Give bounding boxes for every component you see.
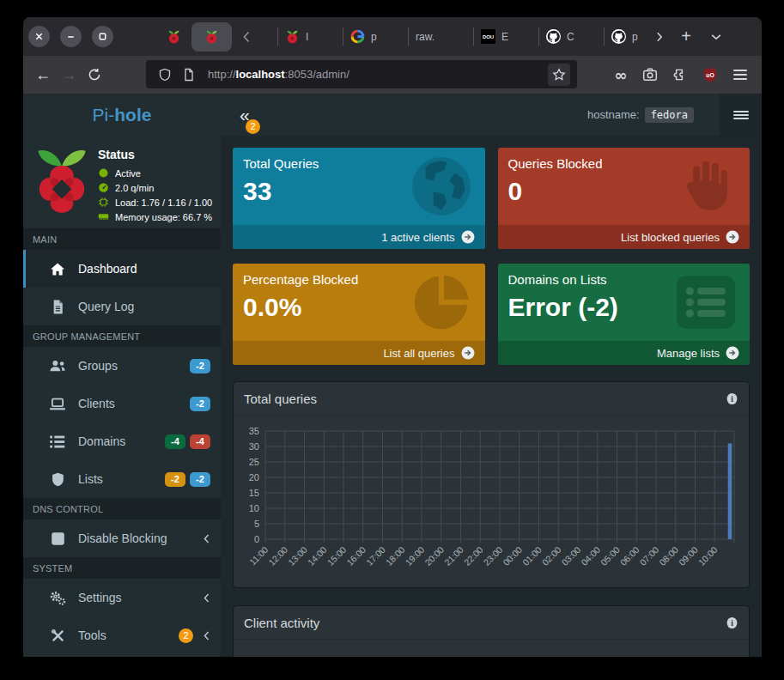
list-all-tabs-icon[interactable]	[706, 17, 726, 56]
raspberry-icon	[204, 29, 219, 44]
screenshot-camera-icon[interactable]	[640, 56, 660, 94]
total-queries-panel: Total queries i 0510152025303511:0012:00…	[233, 381, 750, 588]
container-infinity-icon[interactable]: ∞	[611, 56, 631, 94]
url-bar[interactable]: http://localhost:8053/admin/	[146, 60, 577, 88]
github-icon	[546, 29, 561, 44]
tab-title: p	[632, 31, 638, 43]
window-close-button[interactable]	[28, 26, 50, 47]
status-text: Load: 1.76 / 1.16 / 1.00	[115, 197, 212, 208]
sidebar-collapse-button[interactable]: «2	[240, 106, 258, 124]
sidebar-menu: MAINDashboardQuery LogGROUP MANAGEMENTGr…	[23, 228, 221, 654]
panel-title: Total queries	[244, 392, 317, 406]
status-row: Memory usage: 66.7 %	[98, 211, 212, 222]
card-footer-link[interactable]: Manage lists	[498, 341, 751, 365]
browser-tab[interactable]: p	[343, 17, 408, 56]
bookmark-star-button[interactable]	[548, 64, 570, 86]
chevron-left-icon	[203, 533, 210, 544]
ublock-origin-icon[interactable]: uO	[700, 56, 720, 94]
new-tab-button[interactable]: +	[676, 17, 696, 56]
sidebar-item-settings[interactable]: Settings	[23, 579, 221, 616]
globe-icon	[408, 155, 475, 218]
card-footer-link[interactable]: List blocked queries	[498, 225, 751, 249]
info-icon[interactable]: i	[726, 616, 738, 629]
window-maximize-button[interactable]	[92, 26, 113, 47]
svg-text:22:00: 22:00	[462, 544, 485, 568]
header-menu-button[interactable]	[720, 94, 762, 136]
reload-button[interactable]	[82, 62, 107, 88]
pie-icon	[408, 270, 475, 334]
sidebar-item-query-log[interactable]: Query Log	[23, 288, 221, 325]
star-icon	[552, 68, 566, 82]
browser-tab[interactable]: raw.	[408, 17, 473, 56]
arrow-circle-icon	[726, 346, 739, 360]
svg-text:0: 0	[254, 534, 259, 544]
card-footer-link[interactable]: 1 active clients	[233, 225, 485, 249]
scroll-tabs-right-icon[interactable]	[649, 17, 670, 56]
card-body: Domains on ListsError (-2)	[498, 264, 751, 341]
pinned-tab[interactable]	[167, 29, 181, 44]
browser-tab[interactable]: DOUE	[473, 17, 538, 56]
panel-title: Client activity	[244, 616, 319, 630]
svg-text:09:00: 09:00	[677, 544, 700, 568]
svg-text:uO: uO	[706, 72, 714, 78]
svg-text:10: 10	[249, 503, 259, 513]
browser-tab[interactable]: I	[277, 17, 343, 56]
browser-tab[interactable]: C	[538, 17, 604, 56]
count-badge: -2	[165, 472, 185, 487]
total-queries-chart: 0510152025303511:0012:0013:0014:0015:001…	[243, 421, 739, 575]
browser-toolbar: ← → http://localhost:8053/admin/ ∞ uO	[23, 56, 762, 94]
sidebar-item-domains[interactable]: Domains-4-4	[23, 422, 221, 460]
sidebar-section-label: MAIN	[23, 228, 221, 250]
scroll-tabs-left-icon[interactable]	[240, 30, 253, 44]
extensions-puzzle-icon[interactable]	[669, 56, 690, 94]
header-main: «2 hostname:fedora	[221, 94, 720, 136]
svg-text:17:00: 17:00	[364, 544, 387, 568]
sidebar-item-label: Tools	[78, 628, 106, 642]
sidebar-item-groups[interactable]: Groups-2	[23, 347, 221, 385]
count-badge: -4	[165, 434, 185, 449]
window-minimize-button[interactable]	[60, 26, 82, 47]
svg-text:18:00: 18:00	[384, 544, 407, 568]
tab-title: C	[567, 31, 574, 43]
window-controls	[23, 26, 113, 47]
tab-title: p	[371, 31, 377, 43]
browser-menu-button[interactable]	[730, 56, 751, 94]
site-info-icon[interactable]	[182, 68, 196, 82]
svg-text:06:00: 06:00	[618, 544, 641, 568]
sidebar-item-label: Groups	[78, 359, 118, 373]
back-button[interactable]: ←	[30, 62, 56, 88]
card-footer-link[interactable]: List all queries	[233, 341, 485, 365]
svg-text:12:00: 12:00	[266, 544, 289, 568]
total-queries-chart-container: 0510152025303511:0012:0013:0014:0015:001…	[234, 416, 749, 587]
svg-text:25: 25	[249, 457, 259, 467]
svg-text:00:00: 00:00	[501, 544, 524, 568]
svg-text:i: i	[731, 618, 733, 627]
panel-header: Total queries i	[234, 382, 749, 416]
desktop: Ipraw.DOUECp + ← → http://localhost:8053…	[0, 0, 784, 680]
svg-text:i: i	[731, 394, 733, 403]
tracking-protection-shield-icon[interactable]	[158, 68, 172, 82]
hand-icon	[672, 155, 739, 218]
sidebar-item-lists[interactable]: Lists-2-2	[23, 460, 221, 498]
info-icon[interactable]: i	[726, 392, 738, 405]
forward-button[interactable]: →	[56, 62, 82, 88]
list-icon	[49, 434, 66, 449]
raspberry-icon	[285, 29, 300, 44]
status-row: Load: 1.76 / 1.16 / 1.00	[98, 197, 212, 208]
sidebar-item-dashboard[interactable]: Dashboard	[23, 250, 221, 288]
card-footer-label: List blocked queries	[621, 231, 720, 244]
minimize-icon	[66, 32, 76, 41]
card-footer-label: 1 active clients	[381, 231, 454, 244]
svg-text:15: 15	[249, 488, 259, 498]
svg-text:01:00: 01:00	[520, 544, 544, 568]
sidebar-item-clients[interactable]: Clients-2	[23, 385, 221, 422]
notification-badge: 2	[179, 628, 193, 643]
pihole-logo[interactable]: Pi-hole	[23, 94, 221, 136]
svg-text:5: 5	[254, 519, 259, 529]
sidebar-item-disable-blocking[interactable]: Disable Blocking	[23, 519, 221, 557]
sidebar-item-tools[interactable]: Tools2	[23, 616, 221, 654]
active-tab[interactable]	[191, 22, 232, 52]
panel-header: Client activity i	[234, 606, 749, 640]
count-badge: -2	[190, 359, 210, 373]
svg-text:20:00: 20:00	[422, 544, 446, 568]
